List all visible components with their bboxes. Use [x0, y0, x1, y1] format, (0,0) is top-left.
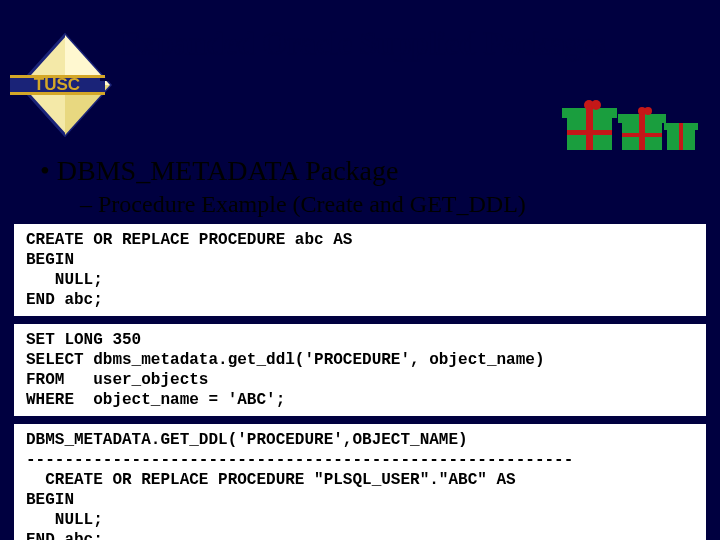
code-block-create: CREATE OR REPLACE PROCEDURE abc AS BEGIN…	[14, 224, 706, 316]
svg-text:TUSC: TUSC	[34, 75, 80, 94]
slide-content: • DBMS_METADATA Package – Procedure Exam…	[0, 155, 720, 218]
gift-boxes-icon	[552, 90, 702, 160]
svg-rect-17	[679, 123, 683, 150]
svg-point-21	[644, 107, 652, 115]
svg-rect-14	[622, 133, 662, 137]
code-block-select: SET LONG 350 SELECT dbms_metadata.get_dd…	[14, 324, 706, 416]
svg-rect-10	[567, 130, 612, 135]
bullet-main-text: DBMS_METADATA Package	[57, 155, 399, 186]
code-block-output: DBMS_METADATA.GET_DDL('PROCEDURE',OBJECT…	[14, 424, 706, 540]
slide-title: Expanded Oracle Supplied Packages	[120, 25, 606, 62]
slide-header: TUSC Expanded Oracle Supplied Packages	[0, 0, 720, 155]
bullet-sub-text: Procedure Example (Create and GET_DDL)	[98, 191, 526, 217]
svg-point-19	[591, 100, 601, 110]
svg-rect-13	[639, 114, 645, 150]
title-underline	[100, 78, 710, 81]
bullet-level-2: – Procedure Example (Create and GET_DDL)	[30, 191, 690, 218]
svg-rect-9	[586, 108, 593, 150]
tusc-logo: TUSC	[10, 30, 120, 140]
